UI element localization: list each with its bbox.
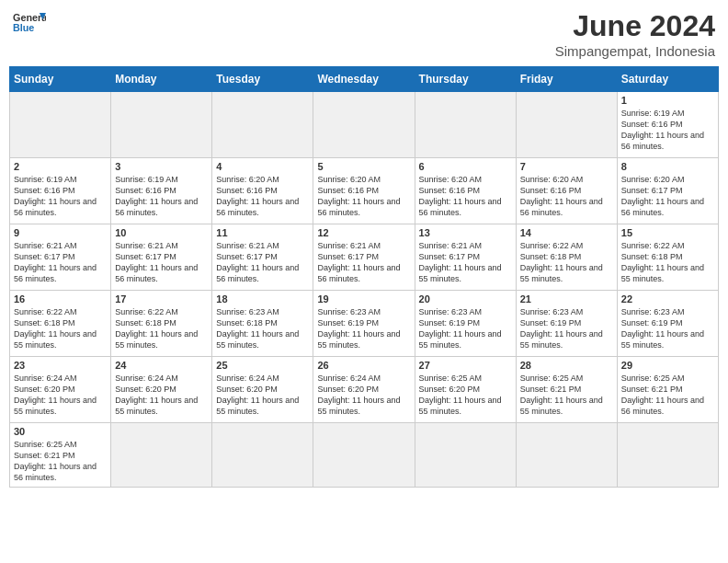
- calendar-cell: 11Sunrise: 6:21 AMSunset: 6:17 PMDayligh…: [212, 224, 313, 291]
- day-info: Sunrise: 6:20 AMSunset: 6:16 PMDaylight:…: [520, 174, 613, 219]
- day-headers-row: SundayMondayTuesdayWednesdayThursdayFrid…: [10, 67, 719, 92]
- day-info: Sunrise: 6:25 AMSunset: 6:21 PMDaylight:…: [14, 439, 107, 484]
- day-info: Sunrise: 6:25 AMSunset: 6:21 PMDaylight:…: [621, 373, 714, 418]
- day-info: Sunrise: 6:20 AMSunset: 6:16 PMDaylight:…: [216, 174, 309, 219]
- day-header-saturday: Saturday: [617, 67, 718, 92]
- day-number: 23: [14, 360, 107, 371]
- day-number: 22: [621, 293, 714, 304]
- calendar-cell: 22Sunrise: 6:23 AMSunset: 6:19 PMDayligh…: [617, 291, 718, 357]
- day-number: 12: [317, 227, 410, 238]
- month-title: June 2024: [555, 9, 715, 43]
- day-number: 9: [14, 227, 107, 238]
- day-header-wednesday: Wednesday: [313, 67, 415, 92]
- day-info: Sunrise: 6:23 AMSunset: 6:18 PMDaylight:…: [216, 306, 309, 351]
- calendar-cell: 16Sunrise: 6:22 AMSunset: 6:18 PMDayligh…: [10, 291, 111, 357]
- calendar-cell: 27Sunrise: 6:25 AMSunset: 6:20 PMDayligh…: [415, 357, 516, 423]
- calendar-cell: 1Sunrise: 6:19 AMSunset: 6:16 PMDaylight…: [617, 92, 718, 158]
- day-info: Sunrise: 6:25 AMSunset: 6:21 PMDaylight:…: [520, 373, 613, 418]
- location-title: Simpangempat, Indonesia: [555, 43, 715, 59]
- calendar-cell: 15Sunrise: 6:22 AMSunset: 6:18 PMDayligh…: [617, 224, 718, 291]
- day-info: Sunrise: 6:22 AMSunset: 6:18 PMDaylight:…: [621, 240, 714, 285]
- day-info: Sunrise: 6:24 AMSunset: 6:20 PMDaylight:…: [14, 373, 107, 418]
- title-area: June 2024 Simpangempat, Indonesia: [555, 9, 715, 59]
- day-number: 10: [115, 227, 208, 238]
- day-number: 8: [621, 161, 714, 172]
- calendar-cell: 6Sunrise: 6:20 AMSunset: 6:16 PMDaylight…: [415, 158, 516, 224]
- day-number: 2: [14, 161, 107, 172]
- calendar-cell: 28Sunrise: 6:25 AMSunset: 6:21 PMDayligh…: [516, 357, 617, 423]
- day-number: 13: [419, 227, 512, 238]
- day-number: 28: [520, 360, 613, 371]
- week-row-0: 1Sunrise: 6:19 AMSunset: 6:16 PMDaylight…: [10, 92, 719, 158]
- calendar-cell: 3Sunrise: 6:19 AMSunset: 6:16 PMDaylight…: [111, 158, 212, 224]
- day-info: Sunrise: 6:24 AMSunset: 6:20 PMDaylight:…: [216, 373, 309, 418]
- day-header-tuesday: Tuesday: [212, 67, 313, 92]
- day-info: Sunrise: 6:19 AMSunset: 6:16 PMDaylight:…: [14, 174, 107, 219]
- calendar-cell: [111, 92, 212, 158]
- day-info: Sunrise: 6:19 AMSunset: 6:16 PMDaylight:…: [621, 108, 714, 153]
- day-info: Sunrise: 6:23 AMSunset: 6:19 PMDaylight:…: [419, 306, 512, 351]
- calendar-cell: 25Sunrise: 6:24 AMSunset: 6:20 PMDayligh…: [212, 357, 313, 423]
- calendar-cell: [313, 423, 415, 488]
- calendar-cell: 21Sunrise: 6:23 AMSunset: 6:19 PMDayligh…: [516, 291, 617, 357]
- calendar-cell: 29Sunrise: 6:25 AMSunset: 6:21 PMDayligh…: [617, 357, 718, 423]
- day-number: 19: [317, 293, 410, 304]
- day-header-monday: Monday: [111, 67, 212, 92]
- calendar-cell: 20Sunrise: 6:23 AMSunset: 6:19 PMDayligh…: [415, 291, 516, 357]
- day-info: Sunrise: 6:21 AMSunset: 6:17 PMDaylight:…: [419, 240, 512, 285]
- day-info: Sunrise: 6:24 AMSunset: 6:20 PMDaylight:…: [115, 373, 208, 418]
- generalblue-logo-icon: General Blue: [13, 9, 46, 35]
- logo: General Blue: [13, 9, 46, 35]
- calendar-cell: 26Sunrise: 6:24 AMSunset: 6:20 PMDayligh…: [313, 357, 415, 423]
- day-number: 29: [621, 360, 714, 371]
- day-info: Sunrise: 6:19 AMSunset: 6:16 PMDaylight:…: [115, 174, 208, 219]
- day-number: 20: [419, 293, 512, 304]
- day-header-sunday: Sunday: [10, 67, 111, 92]
- day-number: 5: [317, 161, 410, 172]
- day-info: Sunrise: 6:22 AMSunset: 6:18 PMDaylight:…: [115, 306, 208, 351]
- calendar-cell: 19Sunrise: 6:23 AMSunset: 6:19 PMDayligh…: [313, 291, 415, 357]
- day-info: Sunrise: 6:22 AMSunset: 6:18 PMDaylight:…: [520, 240, 613, 285]
- day-number: 4: [216, 161, 309, 172]
- calendar-cell: 2Sunrise: 6:19 AMSunset: 6:16 PMDaylight…: [10, 158, 111, 224]
- day-number: 11: [216, 227, 309, 238]
- day-info: Sunrise: 6:23 AMSunset: 6:19 PMDaylight:…: [317, 306, 410, 351]
- calendar-cell: [111, 423, 212, 488]
- day-info: Sunrise: 6:23 AMSunset: 6:19 PMDaylight:…: [520, 306, 613, 351]
- header: General Blue June 2024 Simpangempat, Ind…: [9, 9, 719, 59]
- day-number: 27: [419, 360, 512, 371]
- calendar-cell: [415, 92, 516, 158]
- calendar-cell: [516, 423, 617, 488]
- calendar-cell: 8Sunrise: 6:20 AMSunset: 6:17 PMDaylight…: [617, 158, 718, 224]
- day-number: 14: [520, 227, 613, 238]
- calendar-cell: 12Sunrise: 6:21 AMSunset: 6:17 PMDayligh…: [313, 224, 415, 291]
- day-info: Sunrise: 6:21 AMSunset: 6:17 PMDaylight:…: [317, 240, 410, 285]
- week-row-5: 30Sunrise: 6:25 AMSunset: 6:21 PMDayligh…: [10, 423, 719, 488]
- day-number: 3: [115, 161, 208, 172]
- day-info: Sunrise: 6:22 AMSunset: 6:18 PMDaylight:…: [14, 306, 107, 351]
- day-number: 30: [14, 426, 107, 437]
- day-number: 24: [115, 360, 208, 371]
- day-info: Sunrise: 6:20 AMSunset: 6:17 PMDaylight:…: [621, 174, 714, 219]
- calendar-cell: 9Sunrise: 6:21 AMSunset: 6:17 PMDaylight…: [10, 224, 111, 291]
- day-number: 15: [621, 227, 714, 238]
- calendar-cell: 23Sunrise: 6:24 AMSunset: 6:20 PMDayligh…: [10, 357, 111, 423]
- day-number: 25: [216, 360, 309, 371]
- day-number: 21: [520, 293, 613, 304]
- day-info: Sunrise: 6:23 AMSunset: 6:19 PMDaylight:…: [621, 306, 714, 351]
- day-number: 18: [216, 293, 309, 304]
- calendar-table: SundayMondayTuesdayWednesdayThursdayFrid…: [9, 66, 719, 488]
- calendar-cell: 17Sunrise: 6:22 AMSunset: 6:18 PMDayligh…: [111, 291, 212, 357]
- day-number: 17: [115, 293, 208, 304]
- day-info: Sunrise: 6:25 AMSunset: 6:20 PMDaylight:…: [419, 373, 512, 418]
- day-header-thursday: Thursday: [415, 67, 516, 92]
- calendar-cell: [313, 92, 415, 158]
- week-row-3: 16Sunrise: 6:22 AMSunset: 6:18 PMDayligh…: [10, 291, 719, 357]
- day-number: 6: [419, 161, 512, 172]
- day-info: Sunrise: 6:20 AMSunset: 6:16 PMDaylight:…: [419, 174, 512, 219]
- day-number: 26: [317, 360, 410, 371]
- calendar-cell: [516, 92, 617, 158]
- calendar-cell: [212, 92, 313, 158]
- svg-text:Blue: Blue: [13, 22, 34, 33]
- day-info: Sunrise: 6:21 AMSunset: 6:17 PMDaylight:…: [115, 240, 208, 285]
